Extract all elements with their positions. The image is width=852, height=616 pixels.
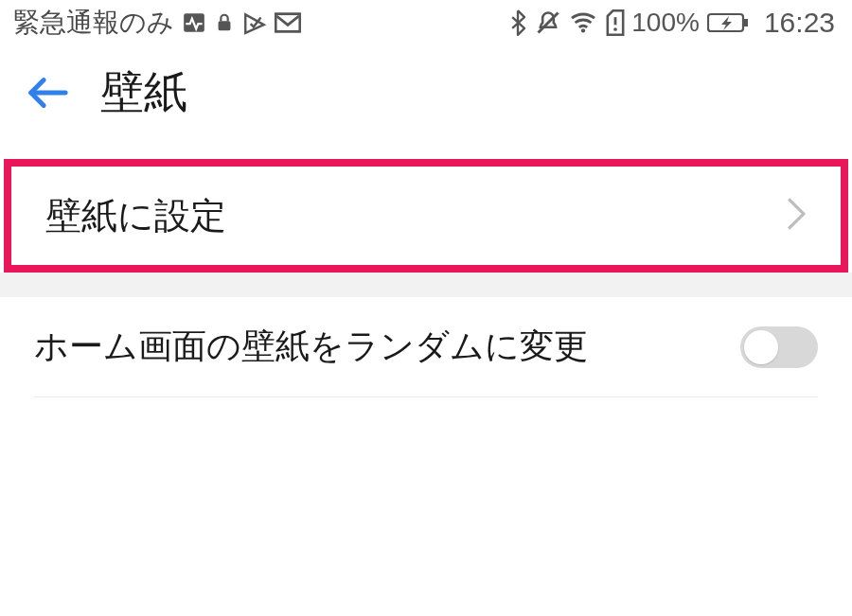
random-wallpaper-row[interactable]: ホーム画面の壁紙をランダムに変更 <box>34 297 818 397</box>
random-wallpaper-section: ホーム画面の壁紙をランダムに変更 <box>0 297 852 397</box>
svg-point-5 <box>581 28 585 32</box>
wifi-icon <box>569 11 597 34</box>
set-wallpaper-row[interactable]: 壁紙に設定 <box>11 167 841 265</box>
set-wallpaper-label: 壁紙に設定 <box>45 192 226 240</box>
section-divider <box>0 273 852 297</box>
app-header: 壁紙 <box>0 45 852 140</box>
network-status-text: 緊急通報のみ <box>13 5 174 41</box>
status-bar-right: 100% 16:23 <box>508 7 835 39</box>
play-protect-icon <box>242 10 267 35</box>
lock-icon <box>214 10 235 35</box>
svg-point-7 <box>613 27 617 31</box>
battery-percent-text: 100% <box>631 8 700 38</box>
svg-rect-9 <box>744 19 748 26</box>
activity-icon <box>182 10 206 35</box>
sim-alert-icon <box>605 9 626 36</box>
arrow-left-icon <box>26 71 69 114</box>
page-title: 壁紙 <box>100 63 187 122</box>
mail-icon <box>275 12 301 33</box>
svg-marker-10 <box>721 16 732 30</box>
highlight-annotation: 壁紙に設定 <box>4 159 848 273</box>
back-button[interactable] <box>19 64 76 121</box>
svg-rect-1 <box>219 21 231 30</box>
clock-text: 16:23 <box>764 7 835 39</box>
toggle-knob <box>744 330 778 364</box>
battery-charging-icon <box>707 11 749 34</box>
status-bar: 緊急通報のみ 100% 16:23 <box>0 0 852 45</box>
chevron-right-icon <box>786 196 807 236</box>
random-wallpaper-toggle[interactable] <box>740 326 818 368</box>
mute-icon <box>535 9 561 36</box>
bluetooth-icon <box>508 9 527 36</box>
random-wallpaper-label: ホーム画面の壁紙をランダムに変更 <box>34 324 588 370</box>
status-bar-left: 緊急通報のみ <box>13 5 301 41</box>
